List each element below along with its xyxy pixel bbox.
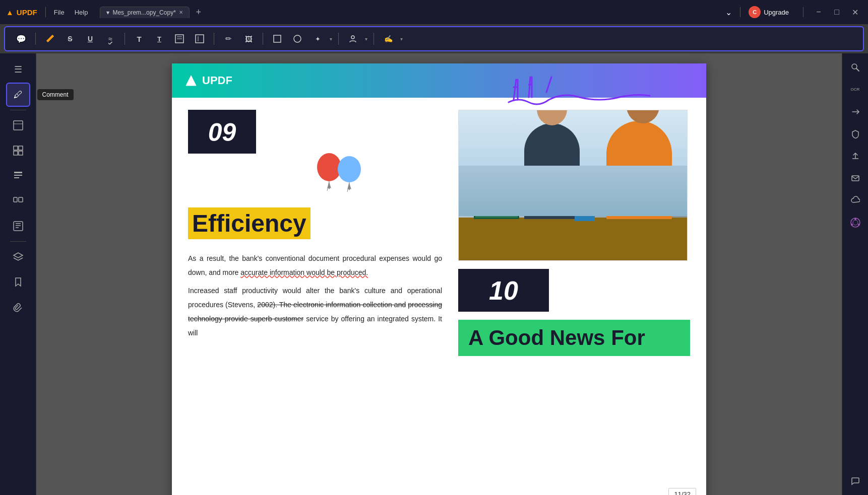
svg-rect-29 [852, 176, 859, 181]
right-sidebar-ai[interactable] [845, 213, 865, 233]
purple-drawing-above [458, 69, 688, 110]
pen-draw-button[interactable]: ✏ [220, 31, 236, 47]
section-title: Efficiency [188, 207, 311, 239]
pen-button[interactable] [289, 31, 305, 47]
toolbar-sep4 [263, 33, 263, 45]
title-sep2 [740, 7, 740, 17]
content-area[interactable]: UPDF 09 [36, 53, 842, 495]
tab-area: ▾ Mes_prem...opy_Copy* ✕ + [100, 6, 721, 18]
text-vertical-button[interactable] [192, 31, 208, 47]
signature-button[interactable]: ✍ [380, 31, 396, 47]
shape-button[interactable] [269, 31, 285, 47]
right-sidebar-ocr[interactable]: OCR [845, 80, 865, 100]
right-sidebar-protect[interactable] [845, 124, 865, 144]
pdf-body: 09 [172, 98, 706, 368]
strikethrough-button[interactable]: S [62, 31, 78, 47]
right-sidebar-email[interactable] [845, 168, 865, 188]
dropdown-arrow[interactable]: ⌄ [725, 8, 732, 17]
svg-point-24 [338, 156, 361, 182]
person-button[interactable] [345, 31, 361, 47]
add-tab-button[interactable]: + [193, 6, 205, 18]
toolbar-sep6 [374, 33, 374, 45]
right-sidebar-convert[interactable] [845, 102, 865, 122]
app-logo: ▲ UPDF [6, 8, 37, 17]
sidebar-item-page-view[interactable] [6, 113, 30, 137]
svg-rect-8 [14, 121, 23, 130]
tab-close-button[interactable]: ✕ [179, 10, 183, 15]
svg-point-34 [851, 224, 853, 226]
highlight-button[interactable] [42, 31, 58, 47]
annotation-toolbar: 💬 S U ≈ T T ✏ 🖼 ✦ ▾ ▾ ✍ ▾ [4, 26, 864, 51]
star-button[interactable]: ✦ [309, 31, 326, 47]
sidebar-item-edit[interactable] [6, 164, 30, 188]
right-sidebar-cloud[interactable] [845, 190, 865, 210]
svg-rect-19 [14, 222, 23, 231]
sidebar-item-bookmark[interactable] [6, 270, 30, 294]
svg-rect-10 [14, 146, 18, 150]
sidebar-item-layers[interactable] [6, 245, 30, 269]
tab-arrow: ▾ [106, 9, 109, 16]
svg-rect-3 [196, 35, 204, 43]
menu-file[interactable]: File [54, 9, 65, 16]
strikethrough-text: 2002). The electronic information collec… [257, 301, 406, 309]
title-menu: File Help [54, 9, 88, 16]
page-indicator: 11/32 [668, 488, 696, 495]
squiggly-button[interactable]: ≈ [102, 31, 118, 47]
text-area-button[interactable] [171, 31, 188, 47]
section-number-10-text: 10 [489, 275, 518, 306]
good-news-box: A Good News For [458, 320, 690, 356]
tab-label: Mes_prem...opy_Copy* [112, 9, 175, 16]
svg-rect-18 [19, 197, 23, 202]
sidebar-toggle[interactable]: ☰ [6, 57, 30, 82]
sidebar-item-link[interactable] [6, 214, 30, 238]
svg-rect-15 [14, 175, 22, 176]
menu-help[interactable]: Help [75, 9, 88, 16]
sidebar-item-organize[interactable] [6, 189, 30, 213]
sidebar-item-grid[interactable] [6, 138, 30, 163]
minimize-button[interactable]: − [812, 5, 826, 19]
comment-button[interactable]: 💬 [13, 31, 29, 47]
active-tab[interactable]: ▾ Mes_prem...opy_Copy* ✕ [100, 7, 189, 18]
sidebar-item-comment[interactable]: 🖊 Comment [6, 83, 30, 107]
pdf-left-column: 09 [188, 110, 442, 356]
svg-line-28 [856, 68, 859, 71]
svg-point-23 [317, 153, 341, 181]
body-text-1: As a result, the bank's conventional doc… [188, 251, 442, 279]
toolbar-sep5 [338, 33, 339, 45]
toolbar-sep3 [214, 33, 214, 45]
title-bar: ▲ UPDF File Help ▾ Mes_prem...opy_Copy* … [0, 0, 868, 24]
toolbar-sep1 [35, 33, 36, 45]
good-news-text: A Good News For [468, 326, 645, 349]
section-number: 09 [208, 118, 236, 147]
balloons-decoration [188, 163, 442, 203]
right-sidebar-search[interactable] [845, 57, 865, 78]
pdf-logo-text: UPDF [202, 74, 232, 87]
svg-point-31 [853, 220, 858, 225]
svg-point-33 [858, 224, 860, 226]
sidebar-item-attachment[interactable] [6, 295, 30, 319]
text-box-button[interactable]: T [131, 31, 147, 47]
stamp-button[interactable]: 🖼 [240, 31, 257, 47]
maximize-button[interactable]: □ [830, 5, 844, 19]
logo-icon: ▲ [6, 8, 14, 17]
balloons-svg [309, 153, 380, 193]
section-number-box: 09 [188, 110, 256, 155]
body-text-2: Increased staff productivity would alter… [188, 284, 442, 340]
svg-rect-13 [19, 151, 23, 155]
upgrade-label: Upgrade [764, 9, 789, 16]
close-button[interactable]: ✕ [848, 5, 862, 19]
comment-icon: 🖊 [14, 90, 23, 100]
svg-rect-14 [14, 172, 22, 173]
office-photo-container [458, 110, 690, 261]
upgrade-button[interactable]: C Upgrade [749, 6, 789, 18]
pdf-header-logo: UPDF [184, 74, 232, 88]
toolbar-sep2 [125, 33, 125, 45]
main-layout: ☰ 🖊 Comment [0, 53, 868, 495]
right-sidebar-share[interactable] [845, 146, 865, 166]
underline-text: accurate information would be produced. [240, 268, 368, 276]
text-callout-button[interactable]: T [151, 31, 167, 47]
pdf-page: UPDF 09 [172, 63, 706, 495]
sidebar-sep2 [10, 241, 26, 242]
right-sidebar-chat[interactable] [845, 471, 865, 491]
underline-button[interactable]: U [82, 31, 98, 47]
